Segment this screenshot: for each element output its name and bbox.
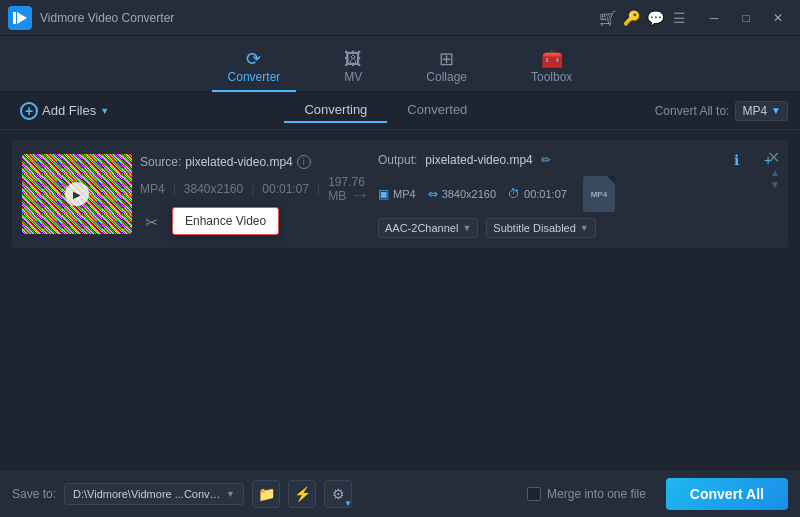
title-bar: Vidmore Video Converter 🛒 🔑 💬 ☰ ─ □ ✕: [0, 0, 800, 36]
view-tabs: Converting Converted: [284, 98, 487, 123]
meta-sep-3: |: [317, 182, 320, 196]
card-inner: ▶ Source: pixelated-video.mp4 i MP4 | 38…: [22, 150, 778, 238]
output-label: Output:: [378, 153, 417, 167]
video-thumbnail: ▶: [22, 154, 132, 234]
cart-icon[interactable]: 🛒: [598, 9, 616, 27]
cut-icon[interactable]: ✂: [140, 211, 162, 233]
browse-folder-button[interactable]: 📁: [252, 480, 280, 508]
mv-icon: 🖼: [344, 50, 362, 68]
file-type-label: MP4: [591, 190, 607, 199]
tab-converter[interactable]: ⟳ Converter: [212, 44, 297, 92]
video-actions: ✂ ✂: [140, 211, 342, 233]
audio-select-arrow: ▼: [462, 223, 471, 233]
chat-icon[interactable]: 💬: [646, 9, 664, 27]
format-value: MP4: [742, 104, 767, 118]
dur-icon: ⏱: [508, 187, 520, 201]
save-path-arrow: ▼: [226, 489, 235, 499]
subtitle-select[interactable]: Subtitle Disabled ▼: [486, 218, 595, 238]
close-button[interactable]: ✕: [764, 8, 792, 28]
merge-label: Merge into one file: [547, 487, 646, 501]
converting-tab[interactable]: Converting: [284, 98, 387, 123]
menu-icon[interactable]: ☰: [670, 9, 688, 27]
subtitle-value: Subtitle Disabled: [493, 222, 576, 234]
output-format-value: MP4: [393, 188, 416, 200]
subtitle-select-arrow: ▼: [580, 223, 589, 233]
audio-channel-value: AAC-2Channel: [385, 222, 458, 234]
converted-tab[interactable]: Converted: [387, 98, 487, 123]
app-title: Vidmore Video Converter: [40, 11, 598, 25]
file-corner: [607, 176, 615, 184]
output-info-icon[interactable]: ℹ: [726, 150, 746, 170]
tab-collage-label: Collage: [426, 70, 467, 84]
tab-collage[interactable]: ⊞ Collage: [410, 44, 483, 92]
file-type-icon: MP4: [583, 176, 615, 212]
settings-button[interactable]: ⚙ ▼: [324, 480, 352, 508]
card-scroll-controls: ▲ ▼: [770, 168, 780, 190]
arrow-separator: →: [342, 183, 378, 206]
add-files-label: Add Files: [42, 103, 96, 118]
main-wrapper: ⟳ Converter 🖼 MV ⊞ Collage 🧰 Toolbox + A…: [0, 36, 800, 517]
tab-toolbox[interactable]: 🧰 Toolbox: [515, 44, 588, 92]
output-info-row: ▣ MP4 ⇔ 3840x2160 ⏱ 00:01:07: [378, 176, 778, 212]
add-plus-icon: +: [20, 102, 38, 120]
enhance-video-label: Enhance Video: [185, 214, 266, 228]
meta-sep-1: |: [173, 182, 176, 196]
convert-all-button[interactable]: Convert All: [666, 478, 788, 510]
save-path-text: D:\Vidmore\Vidmore ...Converter\Converte…: [73, 488, 222, 500]
source-label: Source:: [140, 155, 181, 169]
meta-sep-2: |: [251, 182, 254, 196]
content-area: ✕ ▲ ▼ ▶ Source: pixelated-video.mp4: [0, 130, 800, 469]
card-right-section: Output: pixelated-video.mp4 ✏ ℹ + ▣ MP4: [378, 150, 778, 238]
app-logo: [8, 6, 32, 30]
save-to-label: Save to:: [12, 487, 56, 501]
edit-filename-icon[interactable]: ✏: [541, 153, 551, 167]
card-close-button[interactable]: ✕: [767, 148, 780, 167]
video-duration: 00:01:07: [262, 182, 309, 196]
audio-channel-select[interactable]: AAC-2Channel ▼: [378, 218, 478, 238]
scroll-down-icon[interactable]: ▼: [770, 180, 780, 190]
add-files-button[interactable]: + Add Files ▼: [12, 98, 117, 124]
svg-rect-2: [13, 12, 16, 24]
card-left-section: ▶ Source: pixelated-video.mp4 i MP4 | 38…: [22, 154, 342, 234]
tab-toolbox-label: Toolbox: [531, 70, 572, 84]
video-card: ✕ ▲ ▼ ▶ Source: pixelated-video.mp4: [12, 140, 788, 248]
nav-tabs: ⟳ Converter 🖼 MV ⊞ Collage 🧰 Toolbox: [0, 36, 800, 92]
converter-icon: ⟳: [246, 50, 261, 68]
info-icon[interactable]: i: [297, 155, 311, 169]
output-dur-value: 00:01:07: [524, 188, 567, 200]
add-files-arrow: ▼: [100, 106, 109, 116]
source-row: Source: pixelated-video.mp4 i: [140, 155, 342, 169]
scroll-up-icon[interactable]: ▲: [770, 168, 780, 178]
format-arrow-icon: ▼: [771, 105, 781, 116]
tab-mv-label: MV: [344, 70, 362, 84]
tab-converter-label: Converter: [228, 70, 281, 84]
convert-all-to-group: Convert All to: MP4 ▼: [655, 101, 788, 121]
maximize-button[interactable]: □: [732, 8, 760, 28]
tab-mv[interactable]: 🖼 MV: [328, 44, 378, 92]
video-info: Source: pixelated-video.mp4 i MP4 | 3840…: [140, 155, 342, 233]
video-resolution: 3840x2160: [184, 182, 243, 196]
output-resolution-badge: ⇔ 3840x2160: [428, 187, 496, 201]
output-selects-row: AAC-2Channel ▼ Subtitle Disabled ▼: [378, 218, 778, 238]
output-duration-badge: ⏱ 00:01:07: [508, 187, 567, 201]
output-top-row: Output: pixelated-video.mp4 ✏ ℹ +: [378, 150, 778, 170]
enhance-video-tooltip: Enhance Video: [172, 207, 279, 235]
minimize-button[interactable]: ─: [700, 8, 728, 28]
format-icon: ▣: [378, 187, 389, 201]
video-format: MP4: [140, 182, 165, 196]
open-folder-button[interactable]: ⚡: [288, 480, 316, 508]
key-icon[interactable]: 🔑: [622, 9, 640, 27]
merge-checkbox-group: Merge into one file: [527, 487, 646, 501]
bottom-bar: Save to: D:\Vidmore\Vidmore ...Converter…: [0, 469, 800, 517]
format-select-dropdown[interactable]: MP4 ▼: [735, 101, 788, 121]
video-meta: MP4 | 3840x2160 | 00:01:07 | 197.76 MB: [140, 175, 342, 203]
res-icon: ⇔: [428, 187, 438, 201]
output-filename: pixelated-video.mp4: [425, 153, 532, 167]
window-controls: ─ □ ✕: [700, 8, 792, 28]
save-path-select[interactable]: D:\Vidmore\Vidmore ...Converter\Converte…: [64, 483, 244, 505]
title-bar-icons: 🛒 🔑 💬 ☰: [598, 9, 688, 27]
output-res-value: 3840x2160: [442, 188, 496, 200]
play-overlay-icon: ▶: [65, 182, 89, 206]
merge-checkbox[interactable]: [527, 487, 541, 501]
toolbar: + Add Files ▼ Converting Converted Conve…: [0, 92, 800, 130]
